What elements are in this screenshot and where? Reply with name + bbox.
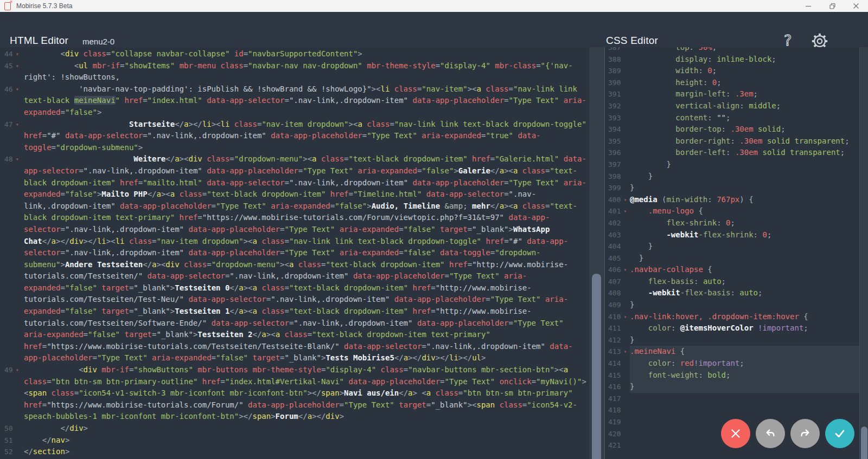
- code-line[interactable]: 401▾ .menu-logo {: [605, 205, 859, 217]
- code-text[interactable]: color: @itemsHoverColor !important;: [630, 322, 859, 334]
- code-line[interactable]: 51 </nav>: [0, 435, 589, 447]
- code-text[interactable]: -webkit-flex-basis: auto;: [630, 287, 859, 299]
- code-line[interactable]: 393 content: "";: [605, 112, 859, 124]
- code-line[interactable]: 392 vertical-align: middle;: [605, 100, 859, 112]
- code-line[interactable]: 412}: [605, 334, 859, 346]
- code-text[interactable]: flex-shrink: 0;: [630, 217, 859, 229]
- code-line[interactable]: 46▾ 'navbar-nav-top-padding': isPublish …: [0, 83, 589, 119]
- code-text[interactable]: flex-basis: auto;: [630, 276, 859, 288]
- code-line[interactable]: 387 top: 50%;: [605, 47, 859, 54]
- code-line[interactable]: 389 width: 0;: [605, 65, 859, 77]
- code-text[interactable]: }: [630, 334, 859, 346]
- code-text[interactable]: @media (min-width: 767px) {: [630, 194, 859, 206]
- code-line[interactable]: 414 color: red!important;: [605, 358, 859, 370]
- code-text[interactable]: </div>: [24, 423, 589, 435]
- apply-changes-button[interactable]: [825, 419, 854, 448]
- code-line[interactable]: 413▾.meineNavi {: [605, 346, 859, 358]
- code-text[interactable]: border-right: .30em solid transparent;: [630, 135, 859, 147]
- code-text[interactable]: }: [630, 381, 859, 393]
- code-line[interactable]: 405 }: [605, 253, 859, 264]
- code-line[interactable]: 402 flex-shrink: 0;: [605, 217, 859, 229]
- code-line[interactable]: 417: [605, 393, 859, 405]
- html-pane-scrollbar[interactable]: [589, 47, 605, 459]
- code-text[interactable]: font-weight: bold;: [630, 370, 859, 382]
- code-line[interactable]: 45▾ <ul mbr-if="showItems" mbr-menu clas…: [0, 60, 589, 83]
- code-text[interactable]: color: red!important;: [630, 358, 859, 370]
- fold-arrow-icon[interactable]: ▾: [623, 311, 627, 323]
- code-line[interactable]: 407 flex-basis: auto;: [605, 276, 859, 288]
- code-text[interactable]: }: [630, 299, 859, 311]
- html-pane-scrollbar-thumb[interactable]: [592, 274, 601, 459]
- code-line[interactable]: 403 -webkit-flex-shrink: 0;: [605, 229, 859, 241]
- fold-arrow-icon[interactable]: ▾: [16, 60, 19, 72]
- code-line[interactable]: 409}: [605, 299, 859, 311]
- fold-arrow-icon[interactable]: ▾: [16, 48, 19, 60]
- code-text[interactable]: .navbar-collapse {: [630, 264, 859, 276]
- code-line[interactable]: 394 border-top: .30em solid;: [605, 124, 859, 135]
- code-line[interactable]: 396 border-left: .30em solid transparent…: [605, 147, 859, 159]
- code-text[interactable]: margin-left: .3em;: [630, 88, 859, 100]
- code-text[interactable]: Startseite</a></li><li class="nav-item d…: [24, 119, 589, 154]
- code-text[interactable]: <div mbr-if="showButtons" mbr-buttons mb…: [24, 364, 589, 423]
- code-line[interactable]: 388 display: inline-block;: [605, 54, 859, 66]
- minimize-button[interactable]: [796, 0, 820, 12]
- code-line[interactable]: 50 </div>: [0, 423, 589, 435]
- css-pane-scrollbar[interactable]: [859, 47, 868, 459]
- code-text[interactable]: border-top: .30em solid;: [630, 124, 859, 135]
- code-text[interactable]: top: 50%;: [630, 47, 859, 54]
- code-text[interactable]: </nav>: [24, 435, 589, 447]
- code-line[interactable]: 399}: [605, 182, 859, 194]
- code-text[interactable]: Weitere</a><div class="dropdown-menu"><a…: [24, 153, 589, 364]
- code-text[interactable]: }: [630, 171, 859, 183]
- code-line[interactable]: 404 }: [605, 241, 859, 253]
- undo-button[interactable]: [756, 419, 785, 448]
- code-line[interactable]: 416}: [605, 381, 859, 393]
- code-line[interactable]: 48▾ Weitere</a><div class="dropdown-menu…: [0, 153, 589, 364]
- code-text[interactable]: vertical-align: middle;: [630, 100, 859, 112]
- code-line[interactable]: 408 -webkit-flex-basis: auto;: [605, 287, 859, 299]
- code-line[interactable]: 411 color: @itemsHoverColor !important;: [605, 322, 859, 334]
- code-line[interactable]: 398 }: [605, 171, 859, 183]
- fold-arrow-icon[interactable]: ▾: [16, 83, 19, 95]
- code-text[interactable]: 'navbar-nav-top-padding': isPublish && !…: [24, 83, 589, 119]
- css-pane-scrollbar-thumb[interactable]: [861, 426, 867, 459]
- close-button[interactable]: [844, 0, 868, 12]
- code-line[interactable]: 44▾ <div class="collapse navbar-collapse…: [0, 48, 589, 60]
- fold-arrow-icon[interactable]: ▾: [16, 364, 19, 376]
- fold-arrow-icon[interactable]: ▾: [623, 205, 627, 217]
- code-line[interactable]: 400▾@media (min-width: 767px) {: [605, 194, 859, 206]
- code-text[interactable]: <div class="collapse navbar-collapse" id…: [24, 48, 589, 60]
- code-text[interactable]: .nav-link:hover, .dropdown-item:hover {: [630, 311, 859, 323]
- code-text[interactable]: display: inline-block;: [630, 54, 859, 66]
- code-text[interactable]: }: [630, 182, 859, 194]
- code-text[interactable]: }: [630, 241, 859, 253]
- code-text[interactable]: content: "";: [630, 112, 859, 124]
- code-text[interactable]: }: [630, 159, 859, 171]
- code-line[interactable]: 415 font-weight: bold;: [605, 370, 859, 382]
- css-code-pane[interactable]: 387 top: 50%;388 display: inline-block;3…: [605, 47, 859, 459]
- code-text[interactable]: </section>: [24, 446, 589, 458]
- fold-arrow-icon[interactable]: ▾: [16, 119, 19, 131]
- redo-button[interactable]: [790, 419, 820, 448]
- code-text[interactable]: height: 0;: [630, 77, 859, 89]
- fold-arrow-icon[interactable]: ▾: [623, 194, 627, 206]
- code-line[interactable]: 406▾.navbar-collapse {: [605, 264, 859, 276]
- code-text[interactable]: }: [630, 253, 859, 264]
- code-line[interactable]: 391 margin-left: .3em;: [605, 88, 859, 100]
- discard-changes-button[interactable]: [721, 419, 750, 448]
- code-line[interactable]: 52</section>: [0, 446, 589, 458]
- code-line[interactable]: 390 height: 0;: [605, 77, 859, 89]
- code-line[interactable]: 397 }: [605, 159, 859, 171]
- code-text[interactable]: <ul mbr-if="showItems" mbr-menu class="n…: [24, 60, 589, 83]
- code-line[interactable]: 49▾ <div mbr-if="showButtons" mbr-button…: [0, 364, 589, 423]
- fold-arrow-icon[interactable]: ▾: [623, 346, 627, 358]
- code-text[interactable]: .menu-logo {: [630, 205, 859, 217]
- fold-arrow-icon[interactable]: ▾: [623, 264, 627, 276]
- code-line[interactable]: 410▾.nav-link:hover, .dropdown-item:hove…: [605, 311, 859, 323]
- code-line[interactable]: 418: [605, 404, 859, 416]
- code-text[interactable]: -webkit-flex-shrink: 0;: [630, 229, 859, 241]
- code-text[interactable]: .meineNavi {: [630, 346, 859, 358]
- code-line[interactable]: 47▾ Startseite</a></li><li class="nav-it…: [0, 119, 589, 154]
- fold-arrow-icon[interactable]: ▾: [16, 153, 19, 165]
- code-line[interactable]: 395 border-right: .30em solid transparen…: [605, 135, 859, 147]
